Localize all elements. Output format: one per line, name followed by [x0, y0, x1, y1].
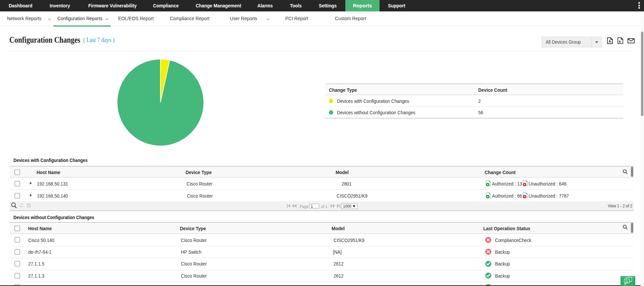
svg-text:x: x	[619, 39, 621, 44]
